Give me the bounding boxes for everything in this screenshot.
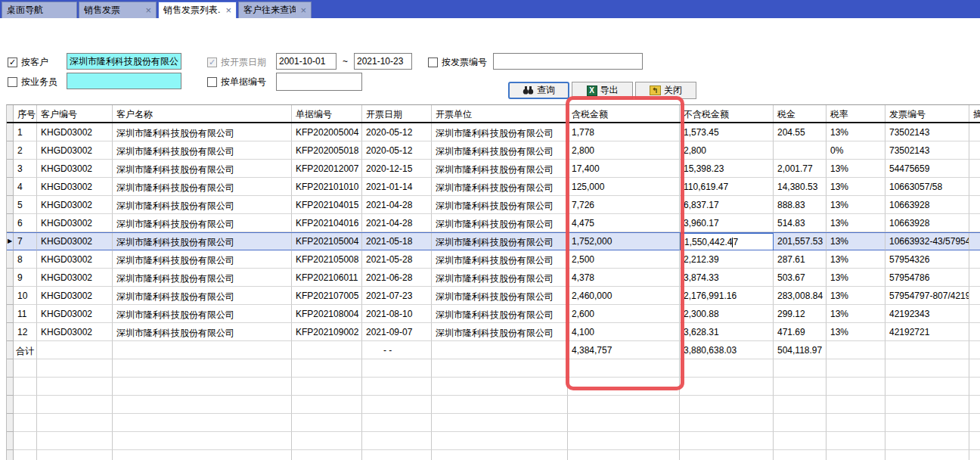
cell-seq[interactable]: 11 <box>14 305 37 323</box>
cell-partial[interactable] <box>969 141 980 160</box>
cell-amount_with_tax[interactable]: 2,500 <box>568 250 680 269</box>
cell-tax[interactable]: 888.83 <box>774 196 826 214</box>
cell-invoice_no[interactable]: 10663928 <box>885 196 969 214</box>
cell-amount_without_tax[interactable]: 2,176,991.16 <box>680 287 774 305</box>
cell-tax[interactable]: 14,380.53 <box>774 178 826 196</box>
cell-seq[interactable]: 5 <box>14 196 37 214</box>
date-to-input[interactable] <box>354 53 412 70</box>
cell-customer_code[interactable]: KHGD03002 <box>37 178 113 196</box>
table-row[interactable]: ▶7KHGD03002深圳市隆利科技股份有限公司KFP2021050042021… <box>7 232 980 250</box>
column-header-customer_name[interactable]: 客户名称 <box>113 105 292 122</box>
cell-invoice_date[interactable]: 2020-05-12 <box>362 123 432 141</box>
cell-amount_without_tax[interactable]: 1,550,442.47 <box>680 233 774 250</box>
cell-tax_rate[interactable]: 13% <box>826 233 885 250</box>
cell-invoice_no[interactable]: 73502143 <box>885 123 969 141</box>
cell-doc_no[interactable]: KFP202012007 <box>292 160 362 178</box>
cell-customer_code[interactable]: KHGD03002 <box>37 141 113 160</box>
cell-amount_with_tax[interactable]: 2,800 <box>568 141 680 160</box>
column-header-tax[interactable]: 税金 <box>774 105 826 122</box>
cell-amount_without_tax[interactable]: 3,628.31 <box>680 323 774 341</box>
cell-seq[interactable]: 10 <box>14 287 37 305</box>
cell-partial[interactable] <box>969 250 980 269</box>
cell-tax_rate[interactable]: 13% <box>826 123 885 141</box>
cell-amount_without_tax[interactable]: 2,212.39 <box>680 250 774 269</box>
cell-amount_with_tax[interactable]: 4,100 <box>568 323 680 341</box>
cell-invoice_no[interactable]: 42192343 <box>885 305 969 323</box>
date-from-input[interactable] <box>276 53 336 70</box>
cell-customer_code[interactable]: KHGD03002 <box>37 214 113 232</box>
cell-tax_rate[interactable]: 13% <box>826 160 885 178</box>
cell-invoice_unit[interactable]: 深圳市隆利科技股份有限公司 <box>432 233 568 250</box>
column-header-customer_code[interactable]: 客户编号 <box>37 105 113 122</box>
cell-amount_with_tax[interactable]: 2,460,000 <box>568 287 680 305</box>
row-marker[interactable] <box>7 160 14 178</box>
cell-partial[interactable] <box>969 269 980 287</box>
cell-invoice_date[interactable]: 2021-06-28 <box>362 269 432 287</box>
cell-invoice_unit[interactable]: 深圳市隆利科技股份有限公司 <box>432 178 568 196</box>
column-header-amount_with_tax[interactable]: 含税金额 <box>568 105 680 122</box>
cell-invoice_date[interactable]: 2021-05-28 <box>362 250 432 269</box>
cell-invoice_date[interactable]: 2021-07-23 <box>362 287 432 305</box>
cell-amount_with_tax[interactable]: 2,600 <box>568 305 680 323</box>
cell-tax[interactable]: 2,001.77 <box>774 160 826 178</box>
cell-amount_with_tax[interactable]: 4,475 <box>568 214 680 232</box>
cell-amount_with_tax[interactable]: 1,778 <box>568 123 680 141</box>
cell-invoice_date[interactable]: 2021-08-10 <box>362 305 432 323</box>
cell-invoice_no[interactable]: 10663932-43/57954 <box>885 233 969 250</box>
column-header-doc_no[interactable]: 单据编号 <box>292 105 362 122</box>
cell-invoice_unit[interactable]: 深圳市隆利科技股份有限公司 <box>432 287 568 305</box>
cell-customer_code[interactable]: KHGD03002 <box>37 305 113 323</box>
cell-amount_without_tax[interactable]: 2,800 <box>680 141 774 160</box>
table-row[interactable]: 2KHGD03002深圳市隆利科技股份有限公司KFP2020050182020-… <box>7 141 980 160</box>
cell-tax[interactable]: 287.61 <box>774 250 826 269</box>
cell-partial[interactable] <box>969 196 980 214</box>
column-header-invoice_date[interactable]: 开票日期 <box>362 105 432 122</box>
cell-customer_code[interactable]: KHGD03002 <box>37 233 113 250</box>
cell-customer_code[interactable]: KHGD03002 <box>37 123 113 141</box>
cell-invoice_unit[interactable]: 深圳市隆利科技股份有限公司 <box>432 196 568 214</box>
cell-amount_with_tax[interactable]: 17,400 <box>568 160 680 178</box>
cell-doc_no[interactable]: KFP202105004 <box>292 233 362 250</box>
cell-amount_without_tax[interactable]: 15,398.23 <box>680 160 774 178</box>
column-header-invoice_unit[interactable]: 开票单位 <box>432 105 568 122</box>
cell-partial[interactable] <box>969 160 980 178</box>
cell-amount_with_tax[interactable]: 125,000 <box>568 178 680 196</box>
cell-invoice_no[interactable]: 57954326 <box>885 250 969 269</box>
cell-tax_rate[interactable]: 13% <box>826 178 885 196</box>
cell-invoice_no[interactable]: 54475659 <box>885 160 969 178</box>
cell-customer_code[interactable]: KHGD03002 <box>37 269 113 287</box>
cell-customer_name[interactable]: 深圳市隆利科技股份有限公司 <box>113 250 292 269</box>
table-row[interactable]: 11KHGD03002深圳市隆利科技股份有限公司KFP2021080042021… <box>7 305 980 323</box>
cell-customer_code[interactable]: KHGD03002 <box>37 160 113 178</box>
table-row[interactable]: 6KHGD03002深圳市隆利科技股份有限公司KFP2021040162021-… <box>7 214 980 232</box>
cell-amount_without_tax[interactable]: 2,300.88 <box>680 305 774 323</box>
cell-tax[interactable]: 503.67 <box>774 269 826 287</box>
cell-invoice_unit[interactable]: 深圳市隆利科技股份有限公司 <box>432 250 568 269</box>
tab-close-icon[interactable]: × <box>300 5 306 15</box>
cell-amount_without_tax[interactable]: 3,874.33 <box>680 269 774 287</box>
query-button[interactable]: 查询 <box>508 82 569 99</box>
cell-customer_name[interactable]: 深圳市隆利科技股份有限公司 <box>113 196 292 214</box>
table-row[interactable]: 10KHGD03002深圳市隆利科技股份有限公司KFP2021070052021… <box>7 287 980 305</box>
cell-seq[interactable]: 2 <box>14 141 37 160</box>
cell-invoice_no[interactable]: 57954797-807/4219 <box>885 287 969 305</box>
cell-customer_name[interactable]: 深圳市隆利科技股份有限公司 <box>113 178 292 196</box>
cell-partial[interactable] <box>969 323 980 341</box>
export-button[interactable]: X 导出 <box>572 82 633 99</box>
cell-invoice_unit[interactable]: 深圳市隆利科技股份有限公司 <box>432 214 568 232</box>
cell-invoice_no[interactable]: 10663928 <box>885 214 969 232</box>
doc-no-input[interactable] <box>276 73 362 91</box>
cell-invoice_date[interactable]: 2020-12-15 <box>362 160 432 178</box>
column-header-partial[interactable]: 摘 <box>969 105 980 122</box>
cell-invoice_date[interactable]: 2021-04-28 <box>362 196 432 214</box>
tab-close-icon[interactable]: × <box>145 5 151 15</box>
row-marker[interactable] <box>7 287 14 305</box>
cell-doc_no[interactable]: KFP202005018 <box>292 141 362 160</box>
cell-customer_name[interactable]: 深圳市隆利科技股份有限公司 <box>113 123 292 141</box>
row-marker[interactable] <box>7 141 14 160</box>
row-marker[interactable] <box>7 178 14 196</box>
cell-invoice_no[interactable]: 57954786 <box>885 269 969 287</box>
cell-invoice_date[interactable]: 2021-04-28 <box>362 214 432 232</box>
cell-partial[interactable] <box>969 214 980 232</box>
cell-partial[interactable] <box>969 233 980 250</box>
